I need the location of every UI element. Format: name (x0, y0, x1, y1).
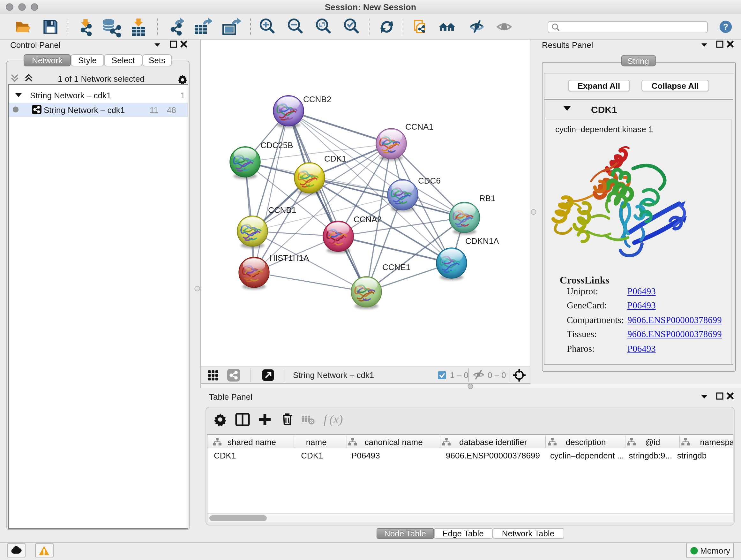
svg-text:CCNB1: CCNB1 (268, 205, 296, 215)
svg-text:HIST1H1A: HIST1H1A (269, 253, 309, 263)
svg-text:CDK1: CDK1 (324, 154, 346, 164)
svg-text:?: ? (723, 22, 729, 32)
svg-text:RB1: RB1 (479, 193, 495, 203)
svg-text:1 – 0: 1 – 0 (450, 370, 468, 380)
svg-text:CCNB2: CCNB2 (303, 95, 331, 104)
svg-text:CDC6: CDC6 (418, 176, 441, 186)
svg-text:CDC25B: CDC25B (260, 140, 293, 150)
svg-text:CCNA1: CCNA1 (405, 122, 433, 132)
svg-text:0 – 0: 0 – 0 (488, 370, 506, 380)
svg-text:CCNE1: CCNE1 (382, 262, 410, 272)
svg-text:String Network – cdk1: String Network – cdk1 (293, 370, 374, 380)
svg-text:f (x): f (x) (323, 413, 342, 426)
svg-text:CDKN1A: CDKN1A (465, 236, 499, 246)
svg-text:CCNA2: CCNA2 (354, 214, 382, 224)
